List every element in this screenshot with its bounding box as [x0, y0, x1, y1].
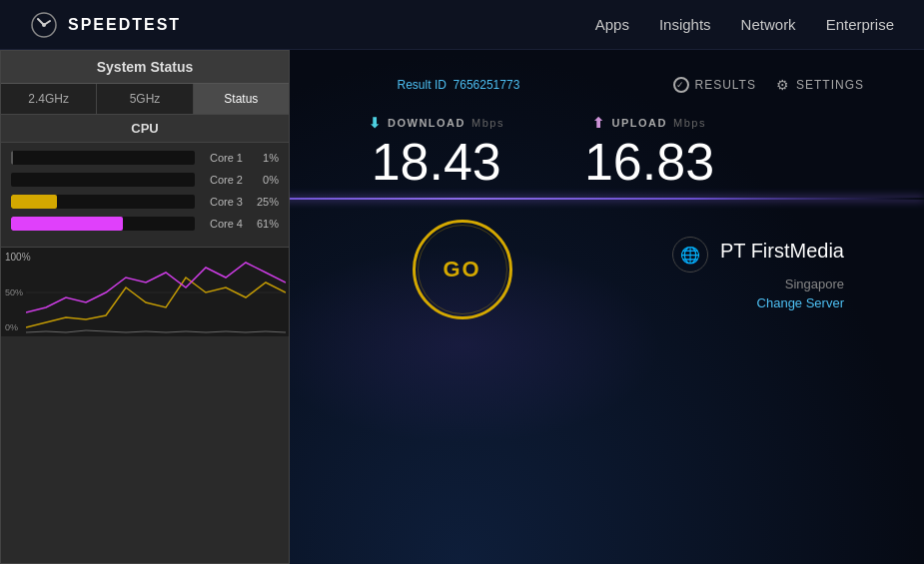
go-container: GO	[413, 220, 512, 319]
core-2-label: Core 2	[203, 174, 243, 186]
main-content: SHARE 🔗 🐦 f ··· Result ID 7656251773 ✓ R…	[0, 50, 924, 564]
cpu-chart: 100% 50% 0%	[1, 247, 289, 336]
nav-apps[interactable]: Apps	[595, 16, 629, 33]
download-icon: ⬇	[369, 115, 383, 131]
cpu-cores: Core 1 1% Core 2 0% Core 3 25%	[1, 143, 289, 247]
go-label: GO	[443, 257, 480, 282]
core-3-label: Core 3	[203, 196, 243, 208]
nav-insights[interactable]: Insights	[659, 16, 711, 33]
core-3-bar-fill	[11, 195, 57, 209]
download-label: DOWNLOAD	[388, 117, 465, 129]
chart-svg	[26, 248, 286, 336]
share-right: ✓ RESULTS ⚙ SETTINGS	[673, 77, 864, 93]
tab-status[interactable]: Status	[194, 84, 289, 114]
result-id[interactable]: 7656251773	[454, 78, 520, 92]
core-4-label: Core 4	[203, 218, 243, 230]
core-3-bar-bg	[11, 195, 195, 209]
nav-enterprise[interactable]: Enterprise	[826, 16, 894, 33]
svg-point-1	[42, 23, 46, 27]
core-1-bar-fill	[11, 151, 13, 165]
server-right: 🌐 PT FirstMedia Singapore Change Server	[512, 229, 845, 310]
gear-icon: ⚙	[776, 77, 790, 93]
system-status-tabs: 2.4GHz 5GHz Status	[1, 84, 289, 115]
upload-icon: ⬆	[592, 115, 606, 131]
main-nav: Apps Insights Network Enterprise	[595, 16, 894, 33]
core-1-pct: 1%	[251, 152, 279, 164]
result-id-area: Result ID 7656251773	[398, 78, 520, 92]
chart-mid-label: 50%	[5, 287, 23, 297]
core-3-row: Core 3 25%	[11, 195, 279, 209]
core-4-bar-fill	[11, 217, 123, 231]
core-1-row: Core 1 1%	[11, 151, 279, 165]
chart-bot-label: 0%	[5, 322, 18, 332]
core-2-pct: 0%	[251, 174, 279, 186]
core-1-bar-bg	[11, 151, 195, 165]
logo-text: SPEEDTEST	[68, 16, 181, 34]
core-4-pct: 61%	[251, 218, 279, 230]
core-3-pct: 25%	[251, 196, 279, 208]
results-button[interactable]: ✓ RESULTS	[673, 77, 756, 93]
system-status-panel: System Status 2.4GHz 5GHz Status CPU Cor…	[0, 50, 290, 564]
change-server-link[interactable]: Change Server	[757, 295, 844, 310]
result-label: Result ID	[398, 78, 447, 92]
download-stat: ⬇ DOWNLOAD Mbps 18.43	[369, 115, 504, 188]
nav-network[interactable]: Network	[741, 16, 796, 33]
settings-button[interactable]: ⚙ SETTINGS	[776, 77, 864, 93]
header: SPEEDTEST Apps Insights Network Enterpri…	[0, 0, 924, 50]
system-status-title: System Status	[1, 51, 289, 84]
core-1-label: Core 1	[203, 152, 243, 164]
go-button[interactable]: GO	[413, 220, 512, 319]
globe-icon: 🌐	[672, 237, 708, 273]
download-value: 18.43	[372, 136, 501, 188]
core-4-row: Core 4 61%	[11, 217, 279, 231]
core-2-row: Core 2 0%	[11, 173, 279, 187]
server-right-name: PT FirstMedia	[720, 240, 844, 263]
logo: SPEEDTEST	[30, 11, 181, 39]
upload-unit: Mbps	[673, 117, 706, 129]
tab-2-4ghz[interactable]: 2.4GHz	[1, 84, 97, 114]
cpu-section-title: CPU	[1, 115, 289, 143]
upload-label: UPLOAD	[612, 117, 667, 129]
tab-5ghz[interactable]: 5GHz	[97, 84, 193, 114]
speedtest-logo-icon	[30, 11, 58, 39]
results-checkmark-icon: ✓	[673, 77, 689, 93]
server-location: Singapore	[785, 277, 844, 291]
upload-value: 16.83	[584, 136, 714, 188]
download-unit: Mbps	[471, 117, 504, 129]
core-2-bar-bg	[11, 173, 195, 187]
upload-stat: ⬆ UPLOAD Mbps 16.83	[584, 115, 714, 188]
core-4-bar-bg	[11, 217, 195, 231]
